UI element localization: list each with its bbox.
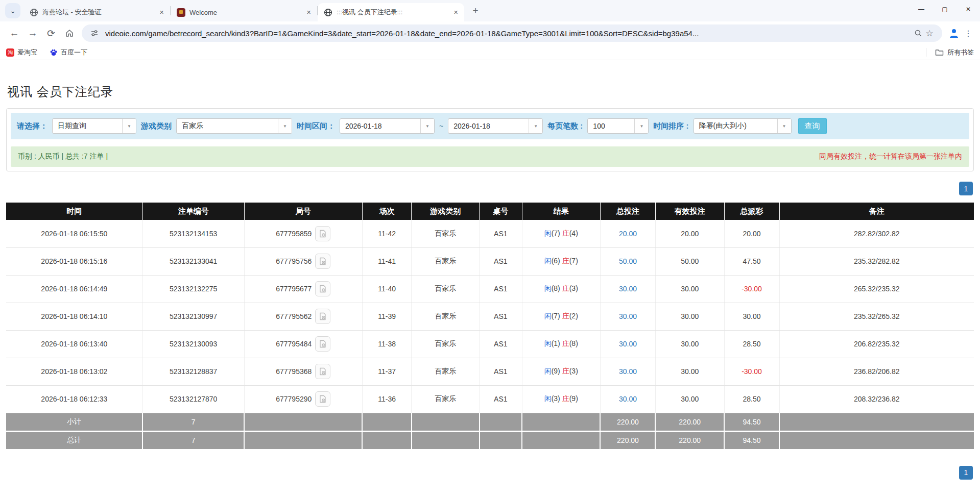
- total-bet-link[interactable]: 30.00: [619, 312, 637, 320]
- filter-bar: 请选择： 日期查询 ▼ 游戏类别 百家乐 ▼ 时间区间： 2026-01-18 …: [11, 113, 969, 139]
- tab-search-button[interactable]: ⌄: [5, 3, 20, 18]
- table-row: 2026-01-18 06:13:02 523132128837 6777953…: [6, 358, 974, 385]
- cell-payout: 30.00: [724, 303, 779, 330]
- page-1-button[interactable]: 1: [959, 182, 973, 195]
- total-bet-link[interactable]: 50.00: [619, 257, 637, 265]
- cell-remark: 236.82/206.82: [779, 358, 974, 385]
- forward-icon: →: [28, 28, 38, 39]
- cell-remark: 265.32/235.32: [779, 275, 974, 303]
- chevron-down-icon[interactable]: ▼: [122, 119, 136, 133]
- close-icon[interactable]: ✕: [304, 8, 313, 17]
- banker-result: 庄: [562, 394, 569, 403]
- banker-result: 庄: [562, 284, 569, 292]
- zoom-search-icon[interactable]: [913, 28, 924, 39]
- cell-game-type: 百家乐: [412, 330, 480, 358]
- browser-tab-strip: ⌄ 海燕论坛 - 安全验证 ✕ Welcome ✕ :::视讯 会员下注纪录::…: [0, 0, 980, 21]
- cell-total-bet: 30.00: [600, 385, 655, 413]
- cell-round: 677795290: [244, 385, 362, 413]
- video-replay-button[interactable]: [315, 281, 330, 296]
- chevron-down-icon[interactable]: ▼: [777, 119, 791, 133]
- cell-result: 闲(8) 庄(3): [522, 275, 600, 303]
- total-bet-link[interactable]: 20.00: [619, 230, 637, 238]
- query-type-select[interactable]: 日期查询 ▼: [52, 118, 136, 134]
- browser-tab-active[interactable]: :::视讯 会员下注纪录::: ✕: [318, 3, 464, 21]
- video-replay-button[interactable]: [315, 254, 330, 269]
- cell-payout: 28.50: [724, 330, 779, 358]
- video-replay-button[interactable]: [315, 226, 330, 241]
- bookmark-star-icon[interactable]: ☆: [924, 28, 935, 39]
- film-icon: [319, 257, 327, 265]
- total-count: 7: [142, 431, 244, 450]
- film-icon: [319, 312, 327, 320]
- cell-round: 677795484: [244, 330, 362, 358]
- time-sort-select[interactable]: 降幂(由大到小) ▼: [694, 118, 792, 134]
- video-replay-button[interactable]: [315, 364, 330, 379]
- site-settings-icon[interactable]: [89, 28, 100, 39]
- address-bar[interactable]: videoie.com/game/betrecord_search/kind3?…: [82, 24, 942, 42]
- bookmark-baidu[interactable]: 百度一下: [50, 48, 87, 57]
- cell-time: 2026-01-18 06:13:02: [6, 358, 142, 385]
- banker-score: (3): [569, 367, 578, 375]
- browser-tab-1[interactable]: 海燕论坛 - 安全验证 ✕: [23, 3, 170, 21]
- new-tab-button[interactable]: +: [468, 4, 483, 18]
- table-body: 2026-01-18 06:15:50 523132134153 6777958…: [6, 220, 974, 413]
- tab-title: Welcome: [189, 9, 300, 16]
- tab-title: :::视讯 会员下注纪录:::: [337, 8, 447, 17]
- globe-icon: [30, 8, 38, 17]
- total-valid-bet: 220.00: [655, 431, 724, 450]
- bet-records-table: 时间 注单编号 局号 场次 游戏类别 桌号 结果 总投注 有效投注 总派彩 备注…: [6, 203, 974, 451]
- game-type-select[interactable]: 百家乐 ▼: [176, 118, 292, 134]
- close-icon[interactable]: ✕: [157, 8, 166, 17]
- url-text[interactable]: videoie.com/game/betrecord_search/kind3?…: [105, 29, 913, 38]
- chevron-down-icon[interactable]: ▼: [634, 119, 648, 133]
- header-valid-bet: 有效投注: [655, 203, 724, 220]
- bookmark-label: 爱淘宝: [17, 48, 37, 57]
- total-bet-link[interactable]: 30.00: [619, 340, 637, 348]
- player-score: (6): [552, 257, 560, 265]
- cell-total-bet: 30.00: [600, 303, 655, 330]
- banker-score: (2): [569, 312, 578, 320]
- chevron-down-icon[interactable]: ▼: [529, 119, 542, 133]
- back-button[interactable]: ←: [5, 24, 23, 42]
- banker-result: 庄: [562, 229, 569, 237]
- total-bet-link[interactable]: 30.00: [619, 367, 637, 376]
- video-replay-button[interactable]: [315, 391, 330, 407]
- date-start-select[interactable]: 2026-01-18 ▼: [340, 118, 435, 134]
- maximize-button[interactable]: ▢: [933, 0, 957, 18]
- bookmark-aitaobao[interactable]: 淘 爱淘宝: [6, 48, 37, 57]
- table-row: 2026-01-18 06:15:50 523132134153 6777958…: [6, 220, 974, 247]
- close-window-button[interactable]: ✕: [957, 0, 980, 18]
- reload-button[interactable]: ⟳: [42, 24, 60, 42]
- banker-score: (3): [569, 284, 578, 292]
- page-size-select[interactable]: 100 ▼: [587, 118, 649, 134]
- cell-table-no: AS1: [480, 247, 522, 275]
- chevron-down-icon[interactable]: ▼: [420, 119, 434, 133]
- browser-toolbar: ← → ⟳ videoie.com/game/betrecord_search/…: [0, 21, 980, 45]
- page-1-button[interactable]: 1: [959, 466, 973, 480]
- cell-session: 11-40: [362, 275, 412, 303]
- minimize-button[interactable]: —: [910, 0, 933, 18]
- chevron-down-icon[interactable]: ▼: [278, 119, 292, 133]
- cell-payout: 47.50: [724, 247, 779, 275]
- total-bet-link[interactable]: 30.00: [619, 285, 637, 293]
- profile-avatar[interactable]: [946, 26, 962, 41]
- empty-cell: [362, 413, 412, 431]
- cell-time: 2026-01-18 06:13:40: [6, 330, 142, 358]
- banker-score: (4): [569, 229, 578, 237]
- query-button[interactable]: 查询: [798, 118, 827, 134]
- cell-result: 闲(7) 庄(4): [522, 220, 600, 247]
- welcome-app-icon: [177, 8, 185, 17]
- globe-icon: [324, 8, 332, 17]
- browser-menu-button[interactable]: ⋮: [962, 26, 975, 41]
- video-replay-button[interactable]: [315, 309, 330, 324]
- empty-cell: [480, 413, 522, 431]
- all-bookmarks-button[interactable]: 所有书签: [947, 48, 974, 57]
- close-icon[interactable]: ✕: [451, 8, 460, 17]
- cell-payout: 20.00: [724, 220, 779, 247]
- total-bet-link[interactable]: 30.00: [619, 395, 637, 403]
- home-button[interactable]: [60, 24, 79, 42]
- forward-button[interactable]: →: [23, 24, 42, 42]
- date-end-select[interactable]: 2026-01-18 ▼: [448, 118, 543, 134]
- video-replay-button[interactable]: [315, 336, 330, 352]
- browser-tab-2[interactable]: Welcome ✕: [171, 3, 317, 21]
